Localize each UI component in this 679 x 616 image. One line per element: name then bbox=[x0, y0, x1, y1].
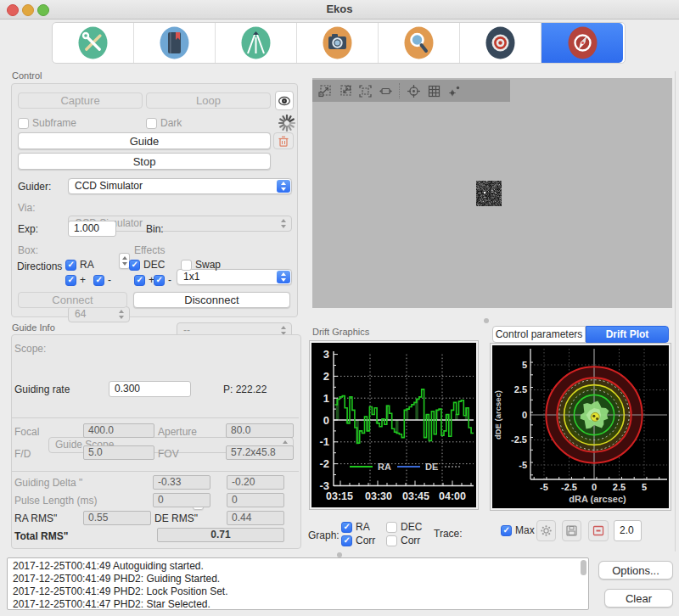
dec-plus-checkbox[interactable] bbox=[134, 275, 145, 286]
zoom-out-button[interactable] bbox=[338, 84, 352, 98]
accuracy-radius-field[interactable]: 2.0 bbox=[614, 520, 642, 541]
graph-ra-row: RA bbox=[341, 521, 370, 533]
loop-button[interactable]: Loop bbox=[146, 92, 271, 109]
guide-button[interactable]: Guide bbox=[18, 132, 271, 149]
right-edge-divider bbox=[675, 71, 676, 552]
log-view[interactable]: 2017-12-25T00:41:49 Autoguiding started.… bbox=[7, 557, 589, 610]
pulse-length-label: Pulse Length (ms) bbox=[14, 495, 97, 507]
clear-calibration-button[interactable] bbox=[273, 132, 294, 149]
exp-label: Exp: bbox=[18, 223, 38, 235]
live-view-button[interactable] bbox=[275, 91, 294, 110]
ra-plus-checkbox[interactable] bbox=[65, 275, 76, 286]
dec-checkbox[interactable] bbox=[129, 260, 140, 271]
graph-ra-label: RA bbox=[356, 521, 370, 533]
grid-button[interactable] bbox=[427, 84, 441, 98]
binning-value: 1x1 bbox=[183, 271, 199, 283]
graph-ra-corr-checkbox[interactable] bbox=[341, 535, 352, 546]
dp-xtick: 2.5 bbox=[613, 482, 626, 492]
clear-graphs-button[interactable] bbox=[588, 520, 609, 541]
guide-star-image[interactable] bbox=[476, 181, 502, 206]
dg-ytick: 1 bbox=[323, 392, 329, 405]
fits-image-view[interactable] bbox=[312, 78, 672, 308]
graph-dec-checkbox[interactable] bbox=[386, 522, 397, 533]
stars-button[interactable] bbox=[447, 84, 462, 98]
stop-button[interactable]: Stop bbox=[18, 153, 271, 170]
dg-legend-ra: RA bbox=[378, 462, 391, 472]
dec-minus-row: - bbox=[154, 274, 171, 286]
chevron-updown-icon bbox=[277, 217, 290, 230]
graph-dec-corr-checkbox[interactable] bbox=[386, 535, 397, 546]
eye-icon bbox=[278, 94, 291, 108]
via-label: Via: bbox=[18, 202, 35, 214]
crosshair-button[interactable] bbox=[407, 84, 421, 98]
save-guide-data-button[interactable] bbox=[562, 520, 581, 541]
dg-ytick: 3 bbox=[323, 348, 329, 361]
aperture-label: Aperture bbox=[158, 426, 197, 438]
book-icon bbox=[159, 25, 190, 60]
max-checkbox[interactable] bbox=[501, 525, 512, 536]
aperture-field: 80.0 bbox=[226, 423, 294, 438]
module-tab-focus[interactable] bbox=[379, 23, 460, 63]
chevron-updown-icon bbox=[115, 308, 128, 321]
binning-combobox[interactable]: 1x1 bbox=[177, 269, 292, 285]
dec-direction-row: DEC bbox=[129, 259, 165, 271]
ra-minus-checkbox[interactable] bbox=[93, 275, 104, 286]
capture-button[interactable]: Capture bbox=[18, 92, 143, 109]
floppy-save-icon bbox=[565, 524, 578, 537]
max-label: Max bbox=[515, 524, 535, 536]
guider-combobox[interactable]: CCD Simulator bbox=[68, 178, 292, 194]
module-tab-scheduler[interactable] bbox=[134, 23, 216, 63]
subframe-checkbox[interactable] bbox=[18, 118, 29, 129]
zoom-fit-button[interactable] bbox=[358, 84, 373, 98]
module-tab-align[interactable] bbox=[460, 23, 542, 63]
dg-xtick: 03:45 bbox=[402, 490, 429, 502]
titlebar: Ekos bbox=[0, 0, 679, 20]
zoom-in-icon bbox=[317, 84, 332, 98]
splitter-handle[interactable] bbox=[484, 318, 489, 323]
de-rms-label: DE RMS" bbox=[154, 512, 198, 524]
graph-dec-label: DEC bbox=[401, 521, 422, 533]
dec-minus-checkbox[interactable] bbox=[154, 275, 165, 286]
zoom-actual-button[interactable] bbox=[379, 84, 393, 98]
auto-scale-graphs-button[interactable] bbox=[536, 520, 556, 541]
compass-icon bbox=[567, 25, 598, 60]
swap-checkbox[interactable] bbox=[181, 260, 192, 271]
box-size-combobox[interactable]: 64 bbox=[68, 306, 130, 322]
delta-de-field: -0.20 bbox=[227, 475, 284, 490]
dp-xtick: -5 bbox=[540, 482, 548, 492]
dg-xtick: 03:15 bbox=[326, 490, 353, 502]
log-scrollbar[interactable] bbox=[581, 560, 586, 575]
spinner-icon bbox=[278, 115, 295, 132]
dp-xaxis-label: dRA (arcsec) bbox=[569, 494, 626, 504]
swap-label: Swap bbox=[195, 259, 221, 271]
stars-icon bbox=[447, 84, 462, 98]
ra-checkbox[interactable] bbox=[65, 260, 76, 271]
tab-control-parameters[interactable]: Control parameters bbox=[492, 326, 586, 343]
module-tab-capture[interactable] bbox=[297, 23, 379, 63]
module-tab-mount[interactable] bbox=[216, 23, 297, 63]
drift-plot-panel[interactable]: -5-2.502.55-5-2.502.55dRA (arcsec)dDE (a… bbox=[491, 344, 671, 510]
guider-value: CCD Simulator bbox=[75, 180, 143, 192]
connect-button[interactable]: Connect bbox=[18, 292, 127, 308]
log-line: 2017-12-25T00:41:47 PHD2: Star Selected. bbox=[13, 598, 583, 610]
dark-checkbox[interactable] bbox=[146, 118, 157, 129]
module-tab-guide[interactable] bbox=[542, 23, 623, 63]
dp-ytick: -5 bbox=[519, 460, 527, 470]
max-row: Max bbox=[501, 524, 535, 536]
options-button[interactable]: Options... bbox=[598, 561, 673, 580]
clear-button[interactable]: Clear bbox=[604, 589, 673, 608]
zoom-in-button[interactable] bbox=[317, 84, 332, 98]
disconnect-button[interactable]: Disconnect bbox=[133, 292, 290, 308]
module-tab-setup[interactable] bbox=[53, 23, 134, 63]
ra-plus-label: + bbox=[80, 274, 86, 286]
graph-ra-checkbox[interactable] bbox=[341, 522, 352, 533]
subframe-row: Subframe bbox=[18, 117, 76, 129]
guiding-rate-field[interactable]: 0.300 bbox=[109, 381, 191, 397]
tab-drift-plot[interactable]: Drift Plot bbox=[586, 326, 669, 343]
tools-icon bbox=[77, 25, 109, 60]
graph-label: Graph: bbox=[308, 529, 340, 541]
exposure-field[interactable]: 1.000 bbox=[68, 221, 116, 237]
drift-graphics-plot[interactable]: 3210-1-2-303:1503:3003:4504:00RADE bbox=[310, 341, 478, 509]
dp-xtick: 0 bbox=[592, 482, 597, 492]
dp-ytick: -2.5 bbox=[511, 434, 527, 445]
